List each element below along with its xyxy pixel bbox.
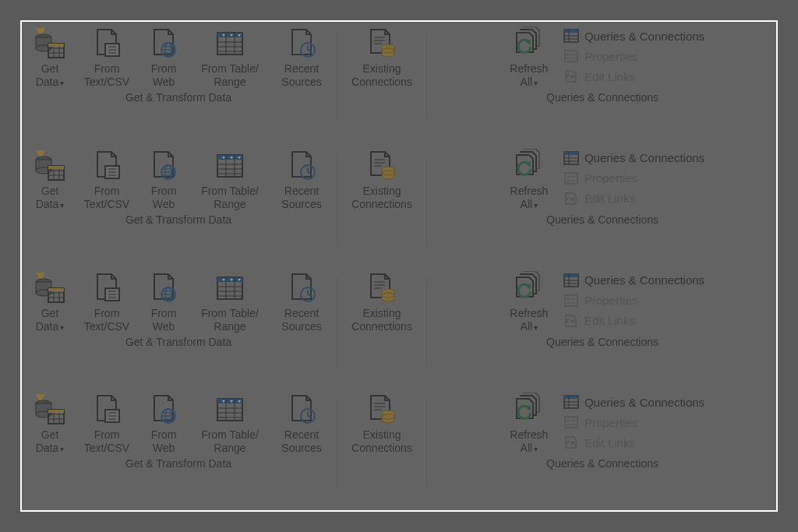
refresh-all-button[interactable]: Refresh All▾ [500,270,558,334]
queries-connections-list: Queries & Connections Pro [563,147,704,206]
group-get-transform: Get Data▾ From Text/CSV [22,388,335,510]
group-queries-connections: Refresh All▾ Quer [429,388,776,510]
edit-links-item: Edit Links [563,435,704,450]
edit-links-item: Edit Links [563,313,704,329]
text-csv-icon [90,26,124,61]
refresh-all-button[interactable]: Refresh All▾ [500,25,558,90]
from-table-range-button[interactable]: From Table/ Range [192,147,268,211]
from-web-button[interactable]: From Web [140,147,187,211]
refresh-all-label: Refresh All▾ [510,428,548,456]
group-title-queries-connections: Queries & Connections [546,457,659,470]
from-table-range-button[interactable]: From Table/ Range [192,25,268,89]
recent-sources-button[interactable]: Recent Sources [273,391,330,455]
existing-connections-icon [365,271,399,305]
queries-connections-icon [563,394,580,410]
web-icon [147,149,181,183]
svg-point-44 [567,54,569,55]
existing-connections-icon [365,149,399,183]
queries-connections-icon [563,150,580,166]
from-text-csv-label: From Text/CSV [84,307,129,333]
from-web-button[interactable]: From Web [140,25,187,89]
recent-sources-button[interactable]: Recent Sources [273,147,330,211]
properties-item: Properties [563,48,704,64]
ribbon-row: Get Data▾ From Text/CSV [22,388,776,510]
separator [337,33,337,122]
from-text-csv-button[interactable]: From Text/CSV [78,25,136,89]
recent-sources-icon [284,271,319,305]
group-existing-connections: Existing Connections [339,388,425,510]
get-data-button[interactable]: Get Data▾ [26,25,73,90]
separator [426,277,427,367]
from-text-csv-button[interactable]: From Text/CSV [78,270,136,333]
queries-connections-list: Queries & Connections Pro [563,270,704,329]
group-title-get-transform: Get & Transform Data [125,213,231,226]
svg-point-46 [567,58,569,59]
group-title-queries-connections: Queries & Connections [546,336,659,348]
text-csv-icon [90,393,124,427]
get-data-button[interactable]: Get Data▾ [26,391,73,456]
existing-connections-label: Existing Connections [351,307,412,333]
recent-sources-icon [284,26,319,61]
recent-sources-button[interactable]: Recent Sources [273,270,330,333]
recent-sources-label: Recent Sources [281,62,321,89]
group-get-transform: Get Data▾ From Text/CSV [22,266,335,389]
get-data-label: Get Data▾ [36,62,65,90]
queries-connections-text: Queries & Connections [584,396,704,409]
from-text-csv-button[interactable]: From Text/CSV [78,391,136,455]
svg-point-142 [567,301,569,303]
text-csv-icon [90,149,124,183]
queries-connections-item[interactable]: Queries & Connections [563,273,704,288]
existing-connections-label: Existing Connections [351,428,412,455]
refresh-all-button[interactable]: Refresh All▾ [500,147,558,212]
get-data-label: Get Data▾ [36,307,65,334]
get-data-icon [33,393,67,427]
existing-connections-button[interactable]: Existing Connections [344,25,420,89]
queries-connections-list: Queries & Connections Pro [563,25,704,84]
properties-item: Properties [563,293,704,308]
svg-point-190 [567,424,569,425]
from-table-range-button[interactable]: From Table/ Range [192,270,268,333]
group-existing-connections: Existing Connections [339,144,425,266]
svg-rect-105 [48,288,64,291]
svg-rect-57 [48,166,64,169]
edit-links-text: Edit Links [584,70,635,83]
separator [426,155,427,245]
group-queries-connections: Refresh All▾ Quer [429,266,776,389]
from-text-csv-button[interactable]: From Text/CSV [78,147,136,211]
properties-text: Properties [584,50,637,63]
refresh-all-icon [512,393,546,427]
from-table-range-label: From Table/ Range [201,185,259,211]
separator [337,399,337,488]
refresh-all-button[interactable]: Refresh All▾ [500,391,558,456]
from-table-range-label: From Table/ Range [201,428,259,455]
existing-connections-button[interactable]: Existing Connections [344,270,420,333]
properties-text: Properties [584,171,637,185]
queries-connections-item[interactable]: Queries & Connections [563,394,704,410]
refresh-all-label: Refresh All▾ [510,62,548,90]
group-get-transform: Get Data▾ From Text/CSV [22,144,335,266]
separator [337,155,337,245]
from-web-button[interactable]: From Web [140,391,187,455]
get-data-button[interactable]: Get Data▾ [26,270,73,334]
queries-connections-item[interactable]: Queries & Connections [563,28,704,44]
separator [426,33,427,122]
get-data-button[interactable]: Get Data▾ [26,147,73,212]
existing-connections-button[interactable]: Existing Connections [344,147,420,211]
table-range-icon [213,26,247,61]
svg-point-94 [567,180,569,181]
existing-connections-button[interactable]: Existing Connections [344,391,420,455]
from-table-range-label: From Table/ Range [201,62,259,89]
from-table-range-label: From Table/ Range [201,307,259,333]
queries-connections-item[interactable]: Queries & Connections [563,150,704,166]
recent-sources-button[interactable]: Recent Sources [273,25,330,89]
get-data-icon [33,26,67,61]
from-web-label: From Web [151,307,177,333]
group-queries-connections: Refresh All▾ Quer [429,144,776,266]
from-table-range-button[interactable]: From Table/ Range [192,391,268,455]
from-web-button[interactable]: From Web [140,270,187,333]
edit-links-icon [563,313,580,329]
ribbon-row: Get Data▾ From Text/CSV [22,22,776,144]
table-range-icon [213,271,247,305]
from-web-label: From Web [151,428,177,455]
existing-connections-label: Existing Connections [351,62,412,89]
